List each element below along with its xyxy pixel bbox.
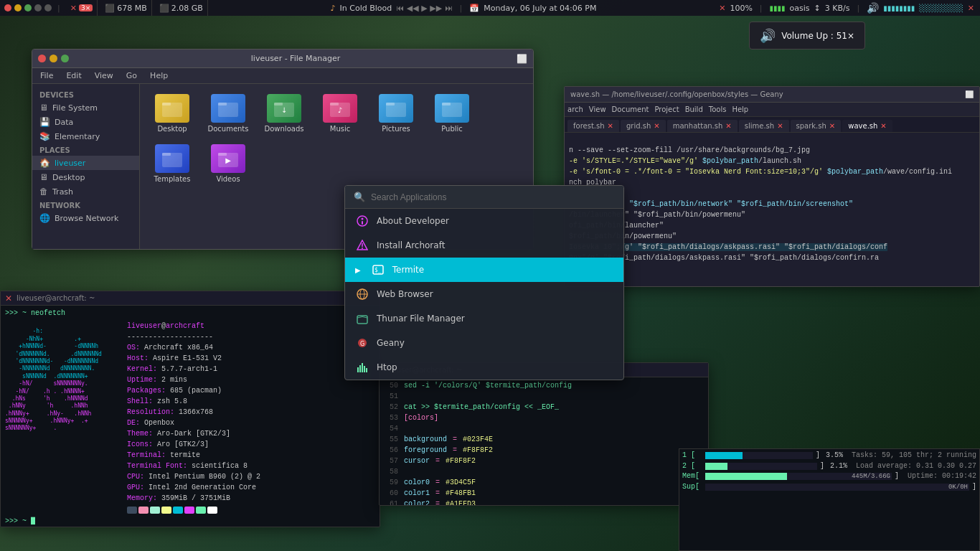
- svg-rect-35: [362, 363, 363, 372]
- folder-documents-icon: [211, 94, 245, 123]
- close-button[interactable]: [38, 55, 46, 62]
- tab-close-forest[interactable]: ✕: [608, 122, 613, 130]
- trash-icon: 🗑: [39, 187, 48, 197]
- rofi-item-about-developer[interactable]: About Developer: [345, 209, 623, 233]
- sidebar-item-liveuser[interactable]: 🏠 liveuser: [32, 156, 139, 170]
- geany-code-content: n --save --set-zoom-fill /usr/share/back…: [565, 133, 979, 270]
- neofetch-info: liveuser@archcraft -------------------- …: [127, 321, 260, 514]
- folder-music[interactable]: ♪ Music: [315, 91, 365, 136]
- sidebar-item-filesystem[interactable]: 🖥 File System: [32, 100, 139, 115]
- tab-close-spark[interactable]: ✕: [829, 122, 835, 130]
- folder-desktop-icon: [155, 94, 189, 123]
- folder-public-icon: [435, 94, 469, 123]
- rofi-item-web-browser[interactable]: Web Browser: [345, 282, 623, 306]
- geany-menu-arch[interactable]: arch: [567, 105, 583, 113]
- term-prompt-bottom: >>> ~ █: [5, 517, 375, 527]
- rofi-item-geany[interactable]: G Geany: [345, 331, 623, 355]
- folder-documents[interactable]: Documents: [203, 91, 253, 136]
- rofi-item-htop[interactable]: Htop: [345, 355, 623, 380]
- terminal-htop: 1 [ ] 3.5% Tasks: 59, 105 thr; 2 running…: [679, 448, 980, 551]
- svg-text:▶: ▶: [225, 156, 231, 164]
- geany-menu-build[interactable]: Build: [685, 105, 703, 113]
- install-icon: [355, 238, 369, 253]
- svg-rect-34: [359, 365, 361, 372]
- sidebar-item-desktop[interactable]: 🖥 Desktop: [32, 170, 139, 184]
- folder-templates[interactable]: Templates: [147, 141, 197, 186]
- svg-text:↓: ↓: [281, 106, 287, 114]
- menu-view[interactable]: View: [93, 70, 116, 81]
- tab-slime[interactable]: slime.sh ✕: [739, 120, 789, 132]
- tab-close-grid[interactable]: ✕: [654, 122, 659, 130]
- geany-menu-document[interactable]: Document: [612, 105, 649, 113]
- svg-text:G: G: [360, 341, 364, 347]
- term-prompt-top: >>> ~ neofetch: [5, 309, 375, 319]
- geany-menu-tools[interactable]: Tools: [709, 105, 727, 113]
- sidebar-item-trash[interactable]: 🗑 Trash: [32, 184, 139, 199]
- taskbar-memory1: ⬛ 678 MB: [100, 0, 152, 16]
- geany-editor[interactable]: n --save --set-zoom-fill /usr/share/back…: [565, 133, 979, 270]
- rofi-search-input[interactable]: [371, 192, 615, 202]
- htop-swap-row: Sup[ 0K/0H ]: [682, 482, 976, 493]
- dot-gray2: [44, 4, 52, 11]
- window-title: liveuser - File Manager: [75, 54, 517, 63]
- svg-rect-11: [386, 103, 395, 105]
- tab-close-slime[interactable]: ✕: [777, 122, 783, 130]
- tab-wave[interactable]: wave.sh ✕: [842, 120, 892, 132]
- terminal-neofetch: ✕ liveuser@archcraft: ~ >>> ~ neofetch -…: [0, 291, 380, 527]
- minimize-button[interactable]: [50, 55, 57, 62]
- tab-grid[interactable]: grid.sh ✕: [621, 120, 666, 132]
- sidebar-item-data[interactable]: 💾 Data: [32, 115, 139, 129]
- folder-pictures-icon: [379, 94, 413, 123]
- dot-yellow: [14, 4, 22, 11]
- rofi-item-termite[interactable]: ▶ $_ Termite: [345, 258, 623, 282]
- htop-swap-bar: 0K/0H: [705, 484, 969, 491]
- folder-desktop[interactable]: Desktop: [147, 91, 197, 136]
- network-icon: 🌐: [39, 213, 50, 223]
- folder-public[interactable]: Public: [427, 91, 477, 136]
- geany-menu-help[interactable]: Help: [732, 105, 748, 113]
- now-playing: In Cold Blood: [340, 4, 392, 13]
- folder-videos[interactable]: ▶ Videos: [203, 141, 253, 186]
- tab-forest[interactable]: forest.sh ✕: [567, 120, 619, 132]
- menu-edit[interactable]: Edit: [64, 70, 83, 81]
- svg-rect-21: [362, 221, 363, 225]
- dot-red: [4, 4, 11, 11]
- tab-close-wave[interactable]: ✕: [880, 122, 886, 130]
- geany-tabs: forest.sh ✕ grid.sh ✕ manhattan.sh ✕ sli…: [565, 117, 979, 133]
- sidebar-item-browse-network[interactable]: 🌐 Browse Network: [32, 211, 139, 225]
- data-icon: 💾: [39, 117, 50, 127]
- geany-maximize-icon[interactable]: ⬜: [965, 90, 974, 98]
- rofi-item-install-archoraft[interactable]: Install Archoraft: [345, 233, 623, 258]
- svg-rect-37: [366, 368, 367, 372]
- titlebar-controls: [38, 55, 69, 62]
- svg-point-20: [362, 218, 364, 220]
- svg-rect-13: [442, 103, 451, 105]
- devices-label: DEVICES: [32, 88, 139, 100]
- tab-manhattan[interactable]: manhattan.sh ✕: [667, 120, 738, 132]
- volume-label: Volume Up : 51×: [781, 31, 854, 41]
- folder-pictures[interactable]: Pictures: [371, 91, 421, 136]
- dot-green: [24, 4, 32, 11]
- terminal-close-icon[interactable]: ✕: [5, 293, 12, 303]
- taskbar-memory2: ⬛ 2.08 GB: [155, 0, 208, 16]
- svg-rect-33: [357, 367, 359, 372]
- maximize-button[interactable]: [61, 55, 69, 62]
- maximize-icon[interactable]: ⬜: [517, 54, 527, 64]
- tab-spark[interactable]: spark.sh ✕: [791, 120, 842, 132]
- tab-close-manhattan[interactable]: ✕: [725, 122, 731, 130]
- folder-downloads[interactable]: ↓ Downloads: [259, 91, 309, 136]
- taskbar-badge[interactable]: ✕ 3×: [66, 0, 98, 16]
- file-manager-sidebar: DEVICES 🖥 File System 💾 Data 📚 Elementar…: [32, 84, 140, 249]
- geany-menubar: arch View Document Project Build Tools H…: [565, 103, 979, 117]
- rofi-item-thunar[interactable]: Thunar File Manager: [345, 306, 623, 331]
- menu-help[interactable]: Help: [148, 70, 170, 81]
- menu-go[interactable]: Go: [124, 70, 139, 81]
- geany-menu-view[interactable]: View: [589, 105, 606, 113]
- rofi-search-bar: 🔍: [345, 186, 623, 209]
- svg-rect-36: [364, 366, 365, 372]
- menu-file[interactable]: File: [38, 70, 55, 81]
- sidebar-item-elementary[interactable]: 📚 Elementary: [32, 129, 139, 143]
- taskbar: | ✕ 3× ⬛ 678 MB ⬛ 2.08 GB ♪ In Cold Bloo…: [0, 0, 980, 16]
- htop-cpu2-bar: [705, 463, 817, 470]
- geany-menu-project[interactable]: Project: [654, 105, 679, 113]
